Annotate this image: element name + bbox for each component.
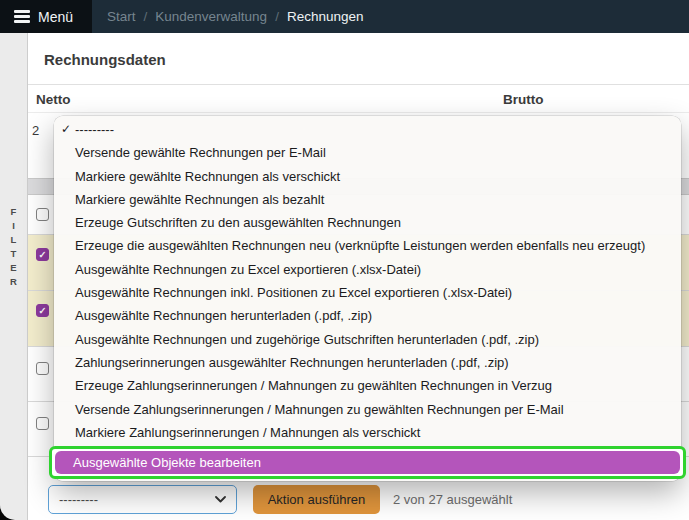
menu-item[interactable]: Erzeuge Zahlungserinnerungen / Mahnungen…: [54, 374, 681, 397]
menu-item[interactable]: Ausgewählte Rechnungen herunterladen (.p…: [54, 304, 681, 327]
menu-item[interactable]: Versende Zahlungserinnerungen / Mahnunge…: [54, 398, 681, 421]
page-title: Rechnungsdaten: [44, 51, 166, 68]
menu-item-label: Ausgewählte Rechnungen inkl. Positionen …: [75, 285, 512, 300]
row-checkbox[interactable]: [36, 208, 49, 221]
menu-item-label: ---------: [75, 122, 114, 137]
menu-item-label: Zahlungserinnerungen ausgewählter Rechnu…: [75, 355, 509, 370]
menu-item-label: Versende Zahlungserinnerungen / Mahnunge…: [75, 402, 564, 417]
menu-item[interactable]: Ausgewählte Rechnungen zu Excel exportie…: [54, 258, 681, 281]
action-select-value: ---------: [59, 492, 215, 507]
menu-item-label: Ausgewählte Rechnungen zu Excel exportie…: [75, 262, 421, 277]
menu-item-label: Markiere gewählte Rechnungen als bezahlt: [75, 192, 324, 207]
menu-item[interactable]: ✓---------: [54, 118, 681, 141]
breadcrumb-separator: /: [136, 9, 156, 24]
row-checkbox[interactable]: ✓: [36, 248, 49, 261]
breadcrumb: Start/Kundenverwaltung/Rechnungen: [107, 9, 363, 24]
breadcrumb-current: Rechnungen: [287, 9, 364, 24]
menu-item[interactable]: Markiere gewählte Rechnungen als verschi…: [54, 165, 681, 188]
column-header-brutto: Brutto: [503, 92, 544, 107]
action-dropdown-popup: ✓---------Versende gewählte Rechnungen p…: [54, 116, 681, 481]
row-checkbox[interactable]: [36, 417, 49, 430]
divider: [28, 84, 689, 85]
execute-action-button[interactable]: Aktion ausführen: [253, 485, 380, 514]
menu-item-label: Markiere Zahlungserinnerungen / Mahnunge…: [75, 425, 420, 440]
menu-item-label: Versende gewählte Rechnungen per E-Mail: [75, 145, 326, 160]
action-select[interactable]: ---------: [48, 485, 237, 514]
menu-item-label: Erzeuge Gutschriften zu den ausgewählten…: [75, 215, 401, 230]
menu-item[interactable]: Markiere Zahlungserinnerungen / Mahnunge…: [54, 421, 681, 444]
row-checkbox[interactable]: ✓: [36, 304, 49, 317]
filter-sidebar-label: FILTER: [0, 205, 27, 289]
menu-item-label: Erzeuge die ausgewählten Rechnungen neu …: [75, 238, 645, 253]
menu-item[interactable]: Versende gewählte Rechnungen per E-Mail: [54, 141, 681, 164]
menu-item[interactable]: Erzeuge die ausgewählten Rechnungen neu …: [54, 234, 681, 257]
menu-item[interactable]: Ausgewählte Rechnungen und zugehörige Gu…: [54, 328, 681, 351]
chevron-down-icon: [215, 496, 226, 503]
menu-item[interactable]: Zahlungserinnerungen ausgewählter Rechnu…: [54, 351, 681, 374]
menu-item-label: Ausgewählte Rechnungen und zugehörige Gu…: [75, 332, 539, 347]
app-window: Menü Start/Kundenverwaltung/Rechnungen F…: [0, 0, 689, 520]
annotation-highlight-box: Ausgewählte Objekte bearbeiten: [49, 446, 686, 479]
row-checkbox[interactable]: [36, 362, 49, 375]
selection-count: 2 von 27 ausgewählt: [393, 485, 512, 514]
menu-item-highlighted[interactable]: Ausgewählte Objekte bearbeiten: [55, 451, 680, 474]
menu-item-label: Ausgewählte Rechnungen herunterladen (.p…: [75, 308, 372, 323]
menu-button-label: Menü: [38, 9, 73, 25]
breadcrumb-separator: /: [267, 9, 287, 24]
breadcrumb-link[interactable]: Start: [107, 9, 136, 24]
netto-cell-partial: 2: [32, 123, 39, 138]
column-header-netto: Netto: [36, 92, 71, 107]
menu-item[interactable]: Ausgewählte Rechnungen inkl. Positionen …: [54, 281, 681, 304]
menu-item-label: Erzeuge Zahlungserinnerungen / Mahnungen…: [75, 378, 552, 393]
top-navbar: Menü Start/Kundenverwaltung/Rechnungen: [0, 0, 689, 33]
breadcrumb-link[interactable]: Kundenverwaltung: [155, 9, 267, 24]
menu-item[interactable]: Markiere gewählte Rechnungen als bezahlt: [54, 188, 681, 211]
checkmark-icon: ✓: [61, 118, 71, 141]
menu-item-label: Markiere gewählte Rechnungen als verschi…: [75, 169, 340, 184]
divider: [28, 112, 689, 113]
hamburger-icon: [14, 10, 30, 23]
menu-item[interactable]: Erzeuge Gutschriften zu den ausgewählten…: [54, 211, 681, 234]
menu-button[interactable]: Menü: [0, 0, 92, 33]
